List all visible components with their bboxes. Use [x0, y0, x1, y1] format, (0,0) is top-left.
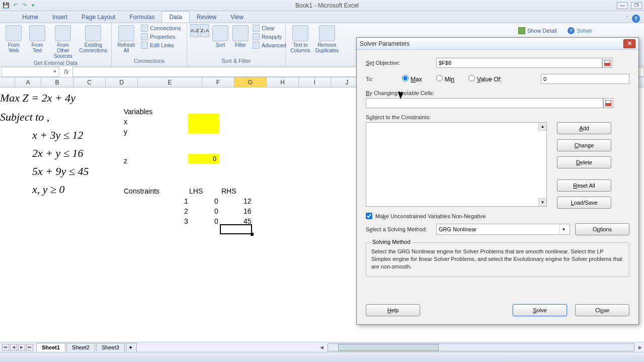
- objective-input[interactable]: [436, 58, 602, 68]
- col-header[interactable]: G: [234, 77, 267, 87]
- tab-insert[interactable]: Insert: [45, 12, 74, 23]
- sort-az-icon[interactable]: A↓Z: [190, 24, 199, 37]
- tab-formulas[interactable]: Formulas: [122, 12, 162, 23]
- prev-sheet-icon[interactable]: ◀: [10, 344, 17, 351]
- y-label: y: [124, 128, 127, 136]
- from-text-button[interactable]: From Text: [27, 24, 48, 54]
- dialog-titlebar[interactable]: Solver Parameters ✕: [357, 38, 638, 50]
- solve-button[interactable]: Solve: [513, 304, 567, 316]
- edit-links-button[interactable]: Edit Links: [140, 41, 182, 49]
- col-header[interactable]: F: [202, 77, 234, 87]
- text-to-columns-button[interactable]: Text to Columns: [289, 24, 312, 54]
- delete-button[interactable]: Delete: [557, 156, 611, 168]
- options-button[interactable]: Options: [575, 223, 629, 235]
- filter-button[interactable]: Filter: [231, 24, 250, 49]
- tab-page-layout[interactable]: Page Layout: [74, 12, 122, 23]
- col-header[interactable]: B: [41, 77, 73, 87]
- scrollbar-thumb[interactable]: [338, 344, 439, 351]
- close-button[interactable]: Close: [575, 304, 629, 316]
- clear-button[interactable]: Clear: [252, 24, 287, 32]
- restore-button[interactable]: ❐: [631, 2, 642, 9]
- load-save-button[interactable]: Load/Save: [557, 197, 611, 209]
- constraints-listbox[interactable]: ▲ ▼: [366, 122, 547, 207]
- col-header[interactable]: H: [267, 77, 299, 87]
- tab-data[interactable]: Data: [162, 11, 189, 23]
- sheet-tab-3[interactable]: Sheet3: [96, 343, 125, 351]
- range-picker-button[interactable]: [603, 98, 613, 108]
- z-cell[interactable]: 0: [188, 154, 219, 164]
- subject-to-label: Subject to ,: [0, 111, 49, 124]
- minimize-button[interactable]: —: [617, 2, 628, 9]
- redo-icon[interactable]: ↷: [20, 2, 28, 10]
- from-web-button[interactable]: From Web: [3, 24, 25, 54]
- change-button[interactable]: Change: [557, 139, 611, 151]
- name-box[interactable]: ▼: [1, 67, 59, 77]
- remove-duplicates-button[interactable]: Remove Duplicates: [314, 24, 340, 54]
- valueof-radio[interactable]: Value Of:: [468, 75, 502, 83]
- hscroll-left-icon[interactable]: ◀: [318, 345, 326, 350]
- sort-za-icon[interactable]: Z↓A: [200, 24, 209, 37]
- connections-button[interactable]: Connections: [140, 24, 182, 32]
- plus-icon: [518, 27, 525, 34]
- undo-icon[interactable]: ↶: [11, 2, 19, 10]
- hscroll-right-icon[interactable]: ▶: [636, 345, 644, 350]
- lhs-val: 0: [214, 207, 218, 215]
- range-picker-button[interactable]: [602, 58, 612, 68]
- sheet-tab-1[interactable]: Sheet1: [36, 343, 65, 351]
- last-sheet-icon[interactable]: ⏭: [26, 344, 33, 351]
- qat-more-icon[interactable]: ▾: [29, 2, 37, 10]
- help-icon[interactable]: ?: [632, 15, 640, 23]
- horizontal-scrollbar[interactable]: [328, 343, 634, 351]
- show-detail-button[interactable]: Show Detail: [518, 27, 557, 34]
- constraint-3: 5x + 9y ≤ 45: [32, 165, 89, 178]
- link-icon: [141, 25, 148, 32]
- chevron-down-icon[interactable]: ▼: [559, 225, 568, 234]
- ribbon-minimize-icon[interactable]: ˇ: [626, 16, 628, 22]
- col-header[interactable]: I: [299, 77, 331, 87]
- constraints-label: Subject to the Constraints:: [366, 114, 629, 120]
- col-header[interactable]: E: [138, 77, 202, 87]
- fx-icon[interactable]: fx: [60, 68, 72, 75]
- sheet-tab-2[interactable]: Sheet2: [66, 343, 95, 351]
- fill-handle[interactable]: [251, 233, 254, 236]
- col-header[interactable]: A: [15, 77, 41, 87]
- selected-cell[interactable]: [220, 224, 252, 234]
- sort-icon: [212, 25, 228, 41]
- xy-cells-highlight[interactable]: [188, 114, 219, 134]
- changing-cells-input[interactable]: [366, 98, 603, 108]
- col-header[interactable]: D: [106, 77, 138, 87]
- refresh-all-button[interactable]: Refresh All: [115, 24, 138, 54]
- help-button[interactable]: Help: [366, 304, 420, 316]
- ribbon-tabs: Home Insert Page Layout Formulas Data Re…: [0, 11, 644, 23]
- scroll-up-icon[interactable]: ▲: [538, 123, 546, 131]
- existing-connections-button[interactable]: Existing Connections: [78, 24, 108, 54]
- add-button[interactable]: Add: [557, 122, 611, 134]
- refresh-icon: [118, 25, 134, 41]
- tab-view[interactable]: View: [223, 12, 251, 23]
- chevron-down-icon[interactable]: ▼: [53, 69, 57, 74]
- from-other-sources-button[interactable]: From Other Sources: [50, 24, 76, 60]
- window-title: Book1 - Microsoft Excel: [37, 2, 617, 9]
- reapply-button[interactable]: Reapply: [252, 33, 287, 41]
- close-button[interactable]: ✕: [623, 39, 635, 48]
- tab-review[interactable]: Review: [190, 12, 223, 23]
- sort-button[interactable]: Sort: [211, 24, 229, 49]
- properties-button[interactable]: Properties: [140, 33, 182, 41]
- solving-method-select[interactable]: GRG Nonlinear ▼: [436, 224, 570, 235]
- select-all-corner[interactable]: [0, 77, 15, 87]
- advanced-button[interactable]: Advanced: [252, 41, 287, 49]
- first-sheet-icon[interactable]: ⏮: [2, 344, 9, 351]
- next-sheet-icon[interactable]: ▶: [18, 344, 25, 351]
- save-icon[interactable]: 💾: [2, 2, 10, 10]
- min-radio[interactable]: Min: [436, 75, 454, 83]
- nonneg-checkbox[interactable]: Make Unconstrained Variables Non-Negativ…: [366, 213, 629, 219]
- new-sheet-button[interactable]: ✦: [126, 343, 137, 352]
- tab-home[interactable]: Home: [15, 12, 45, 23]
- non-negativity: x, y ≥ 0: [32, 183, 65, 196]
- col-header[interactable]: C: [73, 77, 106, 87]
- reset-all-button[interactable]: Reset All: [557, 179, 611, 192]
- solver-button[interactable]: Solver: [568, 27, 592, 34]
- valueof-input[interactable]: [541, 74, 629, 84]
- max-radio[interactable]: Max: [402, 75, 422, 83]
- scroll-down-icon[interactable]: ▼: [538, 198, 546, 206]
